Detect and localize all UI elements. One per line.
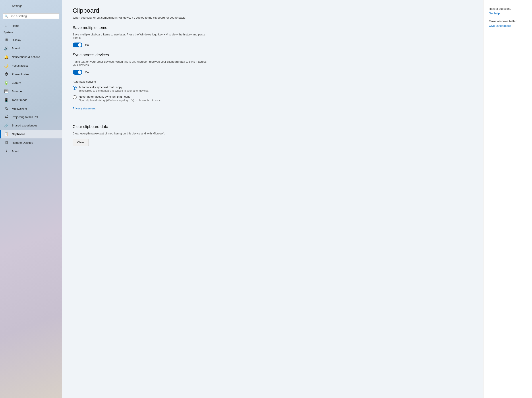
sidebar-item-power-label: Power & sleep [12,73,30,76]
back-button[interactable]: ← [4,3,10,9]
save-multiple-desc: Save multiple clipboard items to use lat… [73,33,210,39]
sidebar-item-focus[interactable]: 🌙 Focus assist [0,61,62,70]
sidebar-header: ← Settings [0,0,62,12]
shared-icon: 🔗 [4,123,9,128]
sidebar-item-remote-label: Remote Desktop [12,141,33,144]
page-description: When you copy or cut something in Window… [73,16,210,19]
remote-icon: 🖥 [4,141,9,145]
multitasking-icon: ⧉ [4,107,9,110]
sidebar-item-projecting[interactable]: 📽 Projecting to this PC [0,113,62,121]
sidebar-item-notifications-label: Notifications & actions [12,55,40,59]
get-help-link[interactable]: Get help [489,12,527,15]
sidebar-item-home[interactable]: ⌂ Home [0,21,62,30]
save-multiple-toggle[interactable] [73,43,82,47]
sidebar-item-multitasking[interactable]: ⧉ Multitasking [0,104,62,113]
sync-desc: Paste text on your other devices. When t… [73,60,210,67]
sidebar-item-notifications[interactable]: 🔔 Notifications & actions [0,53,62,61]
system-section-label: System [0,30,62,36]
sync-toggle-row: On [73,70,473,75]
sidebar-item-display-label: Display [12,38,21,42]
radio-never-sync-sub: Open clipboard history (Windows logo key… [79,99,161,102]
save-multiple-toggle-row: On [73,43,473,47]
sidebar-item-focus-label: Focus assist [12,64,28,67]
sidebar-item-clipboard[interactable]: 📋 Clipboard [0,130,62,138]
main-content: Clipboard When you copy or cut something… [62,0,483,398]
storage-icon: 💾 [4,89,9,93]
sidebar-item-remote[interactable]: 🖥 Remote Desktop [0,138,62,147]
toggle2-label: On [85,71,89,74]
make-better-label: Make Windows better [489,19,527,23]
display-icon: 🖥 [4,38,9,42]
sidebar-item-tablet[interactable]: 📱 Tablet mode [0,96,62,104]
search-input[interactable] [10,14,57,18]
radio-auto-sync-button[interactable] [73,86,76,90]
notifications-icon: 🔔 [4,55,9,59]
radio-auto-sync-inner [74,87,76,89]
sidebar-item-about[interactable]: ℹ About [0,147,62,155]
radio-auto-sync-sub: Text copied to the clipboard is synced t… [79,89,149,92]
search-icon: 🔍 [5,14,8,18]
settings-title: Settings [12,4,22,7]
sidebar-item-tablet-label: Tablet mode [12,98,27,102]
sound-icon: 🔊 [4,46,9,51]
sidebar-item-shared-label: Shared experiences [12,124,38,127]
projecting-icon: 📽 [4,115,9,119]
sidebar-item-clipboard-label: Clipboard [12,132,25,136]
radio-never-sync[interactable]: Never automatically sync text that I cop… [73,95,473,102]
home-icon: ⌂ [4,24,9,28]
clear-title: Clear clipboard data [73,124,473,129]
help-label: Have a question? [489,7,527,10]
sidebar-item-multitasking-label: Multitasking [12,107,27,110]
sidebar-item-display[interactable]: 🖥 Display [0,36,62,44]
sync-radio-group: Automatically sync text that I copy Text… [73,85,473,102]
sidebar-item-projecting-label: Projecting to this PC [12,116,38,119]
focus-icon: 🌙 [4,64,9,68]
sidebar-item-sound-label: Sound [12,47,20,50]
radio-auto-sync-text: Automatically sync text that I copy Text… [79,85,149,92]
sidebar-item-storage-label: Storage [12,90,22,93]
radio-auto-sync[interactable]: Automatically sync text that I copy Text… [73,85,473,92]
radio-auto-sync-main: Automatically sync text that I copy [79,85,149,89]
right-panel: Have a question? Get help Make Windows b… [483,0,532,398]
power-icon: ⏻ [4,72,9,76]
page-title: Clipboard [73,7,473,14]
clipboard-icon: 📋 [4,132,9,136]
radio-never-sync-main: Never automatically sync text that I cop… [79,95,161,98]
sidebar-item-shared[interactable]: 🔗 Shared experiences [0,121,62,130]
sync-title: Sync across devices [73,53,473,57]
save-multiple-title: Save multiple items [73,26,473,30]
toggle1-label: On [85,43,89,47]
sidebar-item-power[interactable]: ⏻ Power & sleep [0,70,62,78]
divider [73,120,473,120]
radio-never-sync-button[interactable] [73,95,76,99]
sidebar-item-sound[interactable]: 🔊 Sound [0,44,62,53]
tablet-icon: 📱 [4,98,9,102]
clear-desc: Clear everything (except pinned items) o… [73,132,201,135]
sync-toggle[interactable] [73,70,82,75]
privacy-link[interactable]: Privacy statement [73,107,95,110]
sidebar-item-battery[interactable]: 🔋 Battery [0,78,62,87]
sidebar-item-home-label: Home [12,24,19,27]
battery-icon: 🔋 [4,81,9,85]
clear-button[interactable]: Clear [73,139,89,146]
about-icon: ℹ [4,149,9,153]
sidebar-item-storage[interactable]: 💾 Storage [0,87,62,96]
feedback-link[interactable]: Give us feedback [489,24,527,27]
sidebar: ← Settings 🔍 ⌂ Home System 🖥 Display 🔊 S… [0,0,62,398]
automatic-syncing-label: Automatic syncing [73,80,473,83]
sidebar-item-battery-label: Battery [12,81,21,84]
sidebar-item-about-label: About [12,149,19,153]
search-box[interactable]: 🔍 [3,13,59,19]
radio-never-sync-text: Never automatically sync text that I cop… [79,95,161,102]
